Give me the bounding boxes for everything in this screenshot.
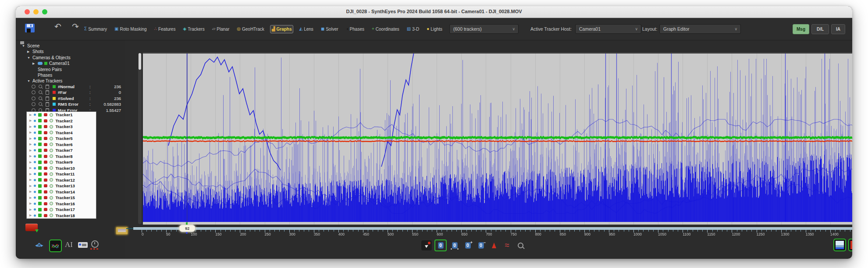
playhead[interactable]: 92 [179,225,196,232]
toolbar-item-trackers[interactable]: ◈Trackers [181,25,206,33]
toolbar-item-planar[interactable]: ▱Planar [210,25,231,33]
redo-icon[interactable]: ↷ [72,21,79,32]
tracker-row[interactable]: ▶Tracker9 [27,159,96,165]
stat-row-rms-error[interactable]: RMS Error:0.582883 [16,102,125,107]
tracker-row[interactable]: ▶Tracker4 [27,130,96,136]
tracker-row[interactable]: ▶Tracker8 [27,154,96,160]
tracker-row[interactable]: ▶Tracker12 [27,177,96,183]
ia-button[interactable]: IA [831,24,845,34]
layout-dropdown[interactable]: Graph Editor∨ [659,24,741,34]
org-panel-icon[interactable] [78,242,88,248]
scrollbar-thumb[interactable] [139,53,141,70]
expander-icon[interactable]: ▶ [29,119,32,122]
sidebar-item-active-trackers[interactable]: ▼Active Trackers [16,78,62,84]
expander-icon[interactable]: ▶ [29,137,32,140]
toolbar-item-lens[interactable]: ◭Lens [297,25,315,33]
tracker-list[interactable]: ▶Tracker1▶Tracker2▶Tracker3▶Tracker4▶Tra… [26,111,96,219]
graph-vertical-scrollbar[interactable] [138,53,142,224]
tracker-row[interactable]: ▶Tracker10 [27,165,96,172]
expander-icon[interactable]: ▶ [29,208,32,211]
sidebar-item-camera01[interactable]: ▶Camera01 [16,61,70,66]
sidebar-item-scene[interactable]: ▼Scene [16,43,39,49]
zero-remove-icon[interactable]: 0− [476,240,486,250]
tracker-row[interactable]: ▶Tracker13 [27,183,96,189]
expander-icon[interactable]: ▶ [29,143,32,146]
ai-icon[interactable]: AI [65,240,73,249]
tracker-row[interactable]: ▶Tracker1 [27,112,96,118]
toolbar-item-phases[interactable]: ◑Phases [344,25,366,33]
tracker-row[interactable]: ▶Tracker17 [27,207,96,213]
tracker-row[interactable]: ▶Tracker18 [27,213,96,219]
tracker-zero-icon[interactable]: ◂0▸ [35,242,43,248]
lifetime-ring-icon [50,184,53,188]
expander-icon[interactable]: ▶ [29,131,32,134]
sidebar-item-cameras-objects[interactable]: ▼Cameras & Objects [16,55,71,61]
graph-canvas[interactable] [143,54,852,225]
timeline[interactable]: 0501001502002503003504004505005506006507… [16,224,852,239]
tracker-row[interactable]: ▶Tracker5 [27,136,96,142]
sidebar-item-phases[interactable]: Phases [16,72,52,78]
rocket-icon[interactable] [489,240,499,250]
expander-icon[interactable]: ▼ [22,44,25,47]
tracker-row[interactable]: ▶Tracker6 [27,142,96,148]
toolbar-item-features[interactable]: ∴Features [153,25,178,33]
expander-icon[interactable]: ▶ [29,202,32,205]
msg-button[interactable]: Msg [793,24,809,34]
tracker-row[interactable]: ▶Tracker2 [27,118,96,124]
undo-icon[interactable]: ↶ [54,21,61,32]
timeline-bar[interactable] [133,227,852,230]
toolbar-item-geohtrack[interactable]: ◎GeoHTrack [235,25,266,33]
toolbar-item-coordinates[interactable]: +Coordinates [370,25,401,33]
tracker-row[interactable]: ▶Tracker16 [27,201,96,207]
graph-editor-area[interactable] [143,53,852,225]
expander-icon[interactable]: ▼ [27,79,31,82]
zero-add-icon[interactable]: 0+ [462,240,473,250]
tracker-count-dropdown[interactable]: (600 trackers)∨ [449,24,519,34]
clock-icon[interactable] [91,240,99,248]
expander-icon[interactable]: ▶ [29,190,32,193]
sidebar-item-stereo-pairs[interactable]: Stereo Pairs [16,67,62,72]
tracker-row[interactable]: ▶Tracker11 [27,171,96,177]
tracker-row[interactable]: ▶Tracker15 [27,195,96,201]
toolbar-item-3-d[interactable]: ▧3-D [405,25,421,33]
toolbar-item-lights[interactable]: ●Lights [425,25,444,33]
expander-icon[interactable]: ▶ [29,113,32,117]
expander-icon[interactable]: ▶ [29,172,32,176]
expander-icon[interactable]: ▶ [29,125,32,129]
toolbar-item-graphs[interactable]: ▟Graphs [270,25,294,33]
toolbar-item-summary[interactable]: ΣSummary [82,25,109,33]
stat-row-solved[interactable]: #Solved:236 [16,96,125,102]
stat-row-normal[interactable]: #Normal:236 [16,84,125,90]
active-tracker-host-dropdown[interactable]: Camera01∨ [575,24,641,34]
pick-tracker-icon[interactable]: ▶ [421,240,432,250]
expander-icon[interactable]: ▶ [32,62,36,65]
timeline-tick [294,230,295,232]
expander-icon[interactable]: ▶ [29,214,32,217]
expander-icon[interactable]: ▶ [27,50,31,54]
tracker-row[interactable]: ▶Tracker14 [27,189,96,195]
expander-icon[interactable]: ▼ [27,56,31,59]
magnifier-icon[interactable] [515,240,526,250]
expander-icon[interactable]: ▶ [29,161,32,164]
sidebar-item-shots[interactable]: ▶Shots [16,49,44,54]
expander-icon[interactable]: ▶ [29,196,32,200]
preview-movie-icon[interactable] [833,239,846,251]
expander-icon[interactable]: ▶ [29,184,32,188]
graph-mode-icon[interactable] [49,239,62,252]
toolbar-item-roto-masking[interactable]: ▣Roto Masking [113,25,149,33]
smooth-waves-icon[interactable]: ≈ [502,240,512,250]
stat-row-far[interactable]: #Far:0 [16,90,125,96]
stat-value: 0 [16,90,121,95]
expander-icon[interactable]: ▶ [29,149,32,152]
expander-icon[interactable]: ▶ [29,154,32,158]
tracker-row[interactable]: ▶Tracker7 [27,147,96,154]
zero-endpoints-icon[interactable]: 0 [449,240,460,250]
dl-button[interactable]: D/L [811,24,829,34]
save-icon[interactable] [25,23,35,33]
tracker-row[interactable]: ▶Tracker3 [27,124,96,130]
rgb-channels-icon[interactable]: 0 [848,239,852,251]
zero-weld-icon[interactable]: 0 [434,239,447,251]
toolbar-item-solver[interactable]: ◼Solver [319,25,340,33]
expander-icon[interactable]: ▶ [29,178,32,182]
expander-icon[interactable]: ▶ [29,166,32,170]
